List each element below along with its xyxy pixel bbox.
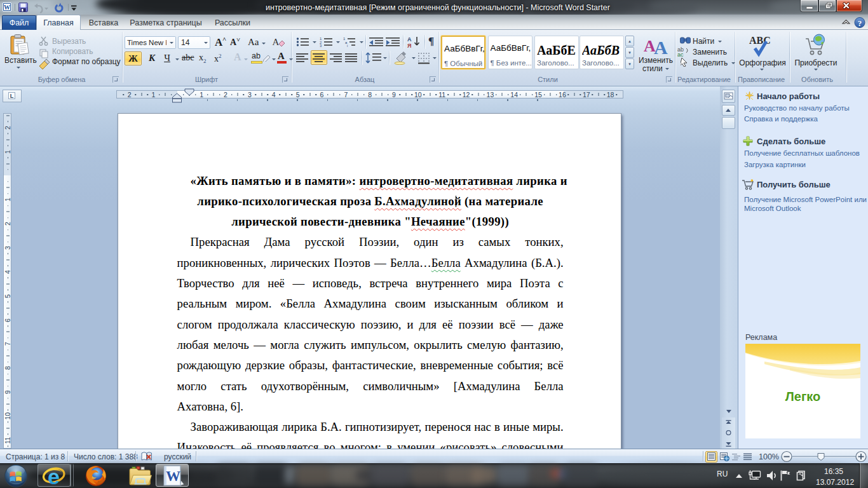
svg-text:Легко: Легко [785, 390, 820, 403]
svg-text:Я: Я [407, 43, 411, 48]
svg-text:?: ? [858, 18, 862, 28]
svg-text:A: A [654, 37, 668, 55]
svg-text:e: e [48, 464, 60, 487]
svg-text:W: W [4, 4, 10, 11]
svg-text:ac: ac [677, 51, 684, 57]
svg-text:ABC: ABC [749, 35, 771, 46]
svg-text:i: i [347, 44, 348, 47]
svg-text:А: А [407, 36, 412, 43]
svg-text:3: 3 [320, 44, 322, 47]
svg-text:W: W [166, 468, 180, 484]
svg-text:А: А [273, 37, 280, 47]
